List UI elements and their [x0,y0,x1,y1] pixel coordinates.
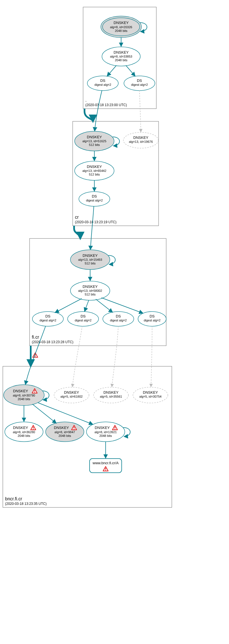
svg-text:DS: DS [137,78,142,83]
svg-text:DNSKEY: DNSKEY [87,135,102,139]
zone-bncr-name: bncr.fi.cr [5,496,22,501]
svg-text:alg=13, id=15493: alg=13, id=15493 [78,258,102,261]
svg-text:DS: DS [100,78,105,83]
svg-text:DNSKEY: DNSKEY [114,21,129,25]
e-fz-d1 [55,299,82,313]
zone-arrow-root-cr [85,109,93,121]
svg-text:alg=13, id=58002: alg=13, id=58002 [78,289,102,292]
edge-crds-ficrksk [90,206,94,250]
svg-text:DNSKEY: DNSKEY [114,50,129,54]
svg-text:digest alg=2: digest alg=2 [75,319,92,322]
zone-root-name: . [85,98,86,102]
svg-text:512 bits: 512 bits [85,293,96,296]
svg-text:alg=5, id=61802: alg=5, id=61802 [61,395,83,398]
zone-arrow-cr-ficr [74,226,80,238]
svg-text:2048 bits: 2048 bits [18,397,30,401]
svg-text:DNSKEY: DNSKEY [103,390,119,395]
node-ficr-zsk[interactable]: DNSKEY alg=13, id=58002 512 bits [70,281,110,300]
svg-text:alg=5, id=30754: alg=5, id=30754 [139,395,162,398]
svg-text:2048 bits: 2048 bits [115,29,128,32]
svg-text:DS: DS [92,194,97,198]
svg-text:DNSKEY: DNSKEY [133,135,148,140]
node-ficr-ds2[interactable]: DS digest alg=2 [68,312,99,326]
node-cr-other[interactable]: DNSKEY alg=13, id=19676 [123,132,158,148]
edge-ds2-crother [139,90,141,132]
edge-rzsk-ds1 [107,65,116,76]
node-root-ksk[interactable]: DNSKEY alg=8, id=20326 2048 bits [101,16,147,38]
node-root-zsk[interactable]: DNSKEY alg=8, id=33853 2048 bits [102,47,140,66]
svg-text:digest alg=2: digest alg=2 [131,83,148,86]
zone-ficr-time: (2020-03-18 13:23:28 UTC) [32,340,73,344]
node-root-ds2[interactable]: DS digest alg=2 [124,76,155,91]
svg-text:2048 bits: 2048 bits [99,434,112,437]
edge-rzsk-ds2 [126,65,135,76]
e-ds4-d3 [151,326,152,387]
svg-text:DNSKEY: DNSKEY [83,253,98,258]
e-ds3-d2 [112,326,118,387]
svg-text:DNSKEY: DNSKEY [64,390,79,395]
node-cr-ds[interactable]: DS digest alg=2 [79,192,110,206]
svg-text:512 bits: 512 bits [89,173,100,176]
svg-text:DNSKEY: DNSKEY [95,426,110,430]
svg-text:digest alg=2: digest alg=2 [39,319,56,322]
node-cr-ksk[interactable]: DNSKEY alg=13, id=51625 512 bits [75,131,119,151]
e-ksk-13921 [38,403,93,424]
svg-text:DNSKEY: DNSKEY [54,426,69,430]
node-bncr-d3[interactable]: DNSKEY alg=5, id=30754 [133,387,168,403]
node-cr-zsk[interactable]: DNSKEY alg=13, id=65442 512 bits [75,161,114,180]
svg-text:512 bits: 512 bits [85,262,96,265]
node-bncr-d1[interactable]: DNSKEY alg=5, id=61802 [54,387,89,403]
svg-text:alg=8, id=20326: alg=8, id=20326 [110,25,132,29]
zone-root-time: (2020-03-18 13:23:00 UTC) [85,103,127,107]
node-bncr-ksk[interactable]: DNSKEY alg=8, id=30790 2048 bits [4,385,49,406]
svg-text:digest alg=2: digest alg=2 [144,319,161,322]
svg-text:digest alg=2: digest alg=2 [110,319,127,322]
zone-cr-name: cr [75,215,79,220]
svg-text:DS: DS [81,314,86,318]
svg-text:alg=13, id=51625: alg=13, id=51625 [82,139,106,143]
e-fz-d4 [101,298,143,313]
e-ds2-d1 [72,326,82,387]
svg-text:digest alg=2: digest alg=2 [94,83,111,86]
node-bncr-d2[interactable]: DNSKEY alg=5, id=35561 [94,387,128,403]
svg-text:DNSKEY: DNSKEY [13,426,28,430]
node-ficr-ds4[interactable]: DS digest alg=2 [138,312,166,326]
svg-text:alg=8, id=33853: alg=8, id=33853 [110,55,132,58]
svg-text:alg=5, id=35561: alg=5, id=35561 [100,395,122,398]
svg-text:DNSKEY: DNSKEY [83,284,98,289]
edge-ds1-crksk [95,90,102,131]
zone-cr-time: (2020-03-18 13:23:19 UTC) [75,220,116,224]
node-bncr-13921[interactable]: DNSKEY alg=8, id=13921 2048 bits [86,422,130,442]
node-ficr-ds1[interactable]: DS digest alg=2 [32,312,63,326]
svg-text:alg=13, id=65442: alg=13, id=65442 [82,169,106,172]
svg-text:DS: DS [45,314,50,318]
svg-text:alg=8, id=13921: alg=8, id=13921 [95,430,117,434]
svg-text:alg=8, id=9847: alg=8, id=9847 [55,430,75,434]
svg-text:alg=13, id=19676: alg=13, id=19676 [129,140,153,143]
svg-text:DS: DS [116,314,121,318]
svg-text:DNSKEY: DNSKEY [87,165,102,169]
node-ficr-ksk[interactable]: DNSKEY alg=13, id=15493 512 bits [70,250,115,270]
zone-ficr-name: fi.cr [32,335,39,339]
node-root-ds1[interactable]: DS digest alg=2 [87,76,118,91]
svg-text:DNSKEY: DNSKEY [143,390,158,395]
svg-text:DS: DS [150,314,155,318]
zone-bncr-time: (2020-03-18 13:23:35 UTC) [5,502,46,506]
svg-text:alg=8, id=30790: alg=8, id=30790 [13,394,35,397]
svg-text:DNSKEY: DNSKEY [13,389,28,393]
svg-text:2048 bits: 2048 bits [115,58,128,62]
svg-text:2048 bits: 2048 bits [59,434,71,437]
e-ksk-9847 [32,404,56,423]
node-bncr-9847[interactable]: DNSKEY alg=8, id=9847 2048 bits [46,422,84,442]
node-ficr-ds3[interactable]: DS digest alg=2 [103,312,134,326]
svg-text:alg=8, id=36280: alg=8, id=36280 [13,430,35,434]
svg-text:digest alg=2: digest alg=2 [86,199,103,202]
e-fz-d2 [85,300,89,312]
node-bncr-36280[interactable]: DNSKEY alg=8, id=36280 2048 bits [5,422,43,442]
svg-text:www.bncr.fi.cr/A: www.bncr.fi.cr/A [92,461,119,465]
svg-text:2048 bits: 2048 bits [18,434,30,437]
svg-text:512 bits: 512 bits [89,143,100,146]
node-bncr-rr[interactable]: www.bncr.fi.cr/A [90,459,122,473]
